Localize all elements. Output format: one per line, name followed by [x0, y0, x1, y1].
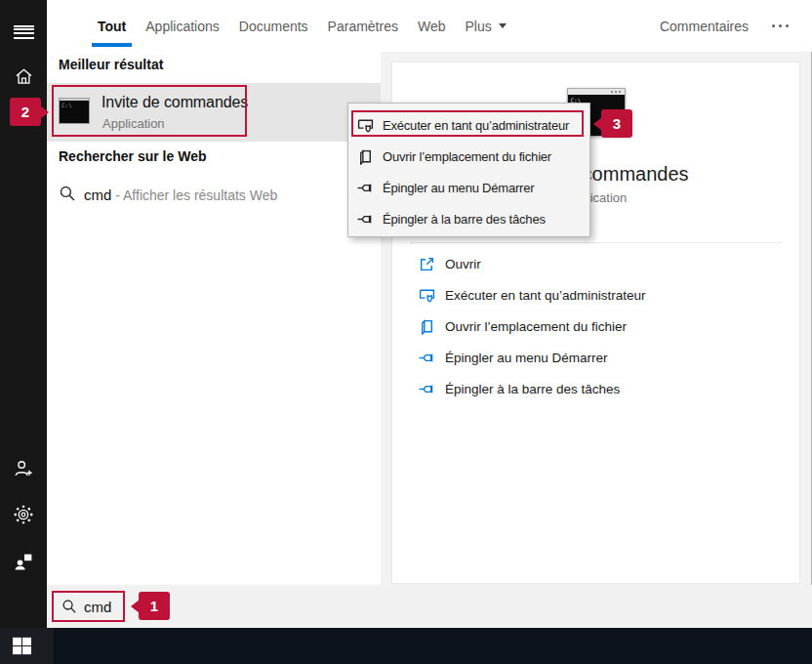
- action-run-as-admin[interactable]: Exécuter en tant qu’administrateur: [392, 279, 799, 311]
- search-results-panel: Meilleur résultat Invite de commandes Ap…: [47, 52, 381, 585]
- tab-documents[interactable]: Documents: [229, 0, 318, 52]
- context-menu: Exécuter en tant qu’administrateur Ouvri…: [347, 103, 590, 237]
- add-user-button[interactable]: [0, 449, 47, 488]
- menu-file-location-label: Ouvrir l’emplacement du fichier: [383, 149, 551, 164]
- action-pin-start[interactable]: Épingler au menu Démarrer: [392, 342, 799, 373]
- search-icon: [59, 185, 76, 202]
- tabs: Tout Applications Documents Paramètres W…: [88, 0, 516, 52]
- tab-plus-label: Plus: [466, 19, 492, 34]
- web-result-row[interactable]: cmd - Afficher les résultats Web: [47, 176, 381, 215]
- tab-parametres[interactable]: Paramètres: [318, 0, 408, 52]
- menu-pin-taskbar-label: Épingler à la barre des tâches: [383, 212, 546, 227]
- gear-icon: [13, 504, 34, 525]
- search-sidebar: [0, 0, 47, 628]
- best-match-subtitle: Application: [102, 116, 165, 131]
- divider: [410, 242, 782, 243]
- start-button[interactable]: [0, 628, 54, 664]
- add-user-icon: [13, 458, 34, 479]
- menu-file-location[interactable]: Ouvrir l’emplacement du fichier: [348, 141, 589, 172]
- search-filter-tabs-bar: Tout Applications Documents Paramètres W…: [47, 0, 812, 52]
- search-icon: [61, 599, 77, 614]
- best-match-header: Meilleur résultat: [59, 57, 163, 72]
- settings-button[interactable]: [0, 495, 47, 534]
- feedback-icon: [14, 552, 34, 572]
- web-result-text: cmd - Afficher les résultats Web: [84, 187, 277, 203]
- pin-icon: [357, 180, 374, 196]
- web-query: cmd: [84, 187, 111, 203]
- file-location-icon: [357, 148, 374, 165]
- windows-search-screen: Tout Applications Documents Paramètres W…: [0, 0, 812, 664]
- tab-tout-label: Tout: [98, 19, 126, 34]
- tab-web[interactable]: Web: [408, 0, 456, 52]
- web-suffix: - Afficher les résultats Web: [111, 187, 277, 203]
- action-pin-taskbar[interactable]: Épingler à la barre des tâches: [392, 373, 799, 404]
- action-file-location-label: Ouvrir l’emplacement du fichier: [445, 319, 627, 334]
- action-run-as-admin-label: Exécuter en tant qu’administrateur: [445, 288, 646, 303]
- tab-applications[interactable]: Applications: [136, 0, 229, 52]
- pin-icon: [418, 349, 435, 366]
- windows-logo-icon: [12, 637, 32, 655]
- tab-web-label: Web: [418, 19, 446, 34]
- tab-plus[interactable]: Plus: [456, 0, 516, 52]
- action-open-label: Ouvrir: [445, 257, 481, 271]
- feedback-hub-button[interactable]: [0, 542, 47, 581]
- tab-tout[interactable]: Tout: [88, 0, 136, 52]
- cmd-window-icon: [59, 98, 90, 124]
- action-pin-start-label: Épingler au menu Démarrer: [445, 351, 608, 365]
- action-file-location[interactable]: Ouvrir l’emplacement du fichier: [392, 311, 799, 342]
- action-open[interactable]: Ouvrir: [392, 248, 799, 279]
- home-icon: [14, 66, 34, 87]
- taskbar[interactable]: [0, 628, 812, 664]
- best-match-title: Invite de commandes: [102, 94, 248, 111]
- menu-pin-start[interactable]: Épingler au menu Démarrer: [348, 172, 589, 203]
- chevron-down-icon: [499, 23, 507, 28]
- preview-actions: Ouvrir Exécuter en tant qu’administrateu…: [392, 248, 799, 404]
- menu-pin-start-label: Épingler au menu Démarrer: [383, 181, 534, 195]
- menu-pin-taskbar[interactable]: Épingler à la barre des tâches: [348, 203, 589, 234]
- best-match-result-row[interactable]: Invite de commandes Application: [47, 83, 381, 142]
- web-search-header: Rechercher sur le Web: [59, 148, 206, 164]
- hamburger-icon: [14, 25, 34, 27]
- action-pin-taskbar-label: Épingler à la barre des tâches: [445, 382, 620, 396]
- annotation-badge-1: 1: [139, 592, 170, 620]
- annotation-badge-2: 2: [10, 98, 41, 126]
- tab-applications-label: Applications: [145, 19, 220, 34]
- pin-icon: [357, 211, 374, 228]
- open-icon: [418, 255, 435, 272]
- pin-icon: [418, 380, 435, 397]
- annotation-box-3: [351, 110, 584, 137]
- search-input-box[interactable]: [52, 591, 125, 622]
- feedback-button[interactable]: Commentaires: [660, 19, 749, 34]
- search-bar-row: 1: [47, 585, 812, 628]
- home-button[interactable]: [0, 57, 47, 96]
- tab-documents-label: Documents: [239, 19, 308, 34]
- search-input[interactable]: [84, 599, 123, 615]
- tab-parametres-label: Paramètres: [328, 19, 398, 34]
- more-options-icon[interactable]: [770, 21, 791, 31]
- run-as-admin-icon: [418, 286, 435, 304]
- annotation-badge-3: 3: [601, 109, 632, 138]
- file-location-icon: [418, 317, 435, 335]
- hamburger-menu-button[interactable]: [0, 7, 47, 46]
